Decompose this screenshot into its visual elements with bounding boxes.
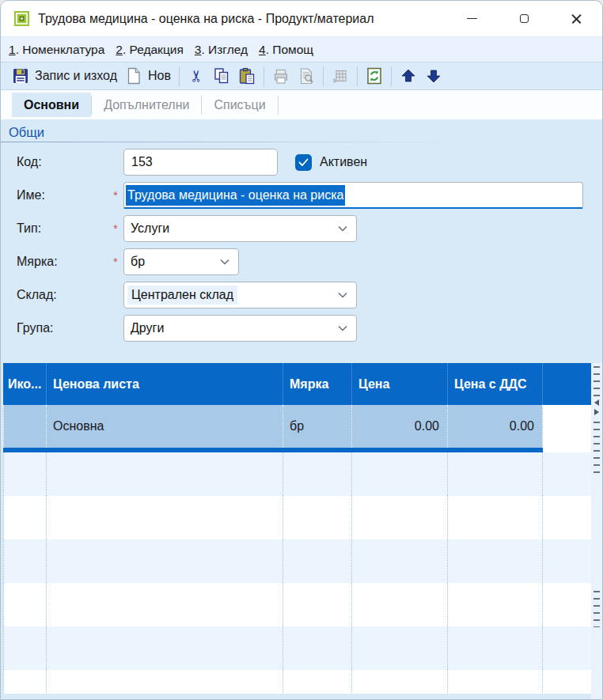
print-preview-icon: [298, 67, 315, 85]
cell-price-vat[interactable]: 0.00: [448, 405, 543, 448]
table-empty-row[interactable]: [3, 496, 593, 539]
column-header-price[interactable]: Цена: [352, 363, 448, 405]
menu-label: . Изглед: [201, 43, 248, 57]
minimize-button[interactable]: [446, 1, 498, 36]
table-empty-row[interactable]: [3, 626, 593, 670]
print-preview-button: [294, 66, 319, 86]
menu-pomosht[interactable]: 4. Помощ: [259, 43, 313, 57]
chevron-down-icon: [220, 259, 229, 265]
sklad-value: Централен склад: [127, 286, 237, 305]
menu-label: . Номенклатура: [16, 43, 105, 57]
table-empty-row[interactable]: [3, 670, 593, 694]
section-header-obshti: Общи: [1, 121, 602, 142]
form-row-mqrka: Мярка: * бр: [1, 248, 602, 275]
tab-label: Списъци: [214, 98, 265, 112]
splitter-collapse-left-icon[interactable]: [594, 399, 599, 406]
paste-button[interactable]: [234, 66, 260, 86]
tab-label: Допълнителни: [104, 98, 189, 112]
ime-label: Име:: [1, 188, 108, 202]
cell-price[interactable]: 0.00: [352, 405, 448, 448]
mqrka-value: бр: [131, 255, 145, 269]
kod-input[interactable]: [123, 149, 278, 176]
toolbar-separator: [391, 66, 392, 86]
table-row-selected[interactable]: Основна бр 0.00 0.00: [3, 405, 593, 448]
copy-icon: [213, 67, 230, 85]
column-header-price-list[interactable]: Ценова листа: [47, 363, 283, 405]
table-empty-row[interactable]: [3, 583, 593, 626]
grupa-label: Група:: [1, 321, 108, 335]
required-marker: *: [108, 189, 123, 202]
grupa-value: Други: [131, 321, 164, 335]
menu-accel: 2: [116, 43, 123, 57]
new-button[interactable]: Нов: [121, 66, 175, 86]
chevron-down-icon: [338, 292, 347, 298]
print-icon: [272, 67, 290, 85]
column-header-icon[interactable]: Ико...: [3, 363, 47, 405]
column-header-price-vat[interactable]: Цена с ДДС: [448, 363, 543, 405]
toolbar-separator: [179, 66, 180, 86]
table-empty-row[interactable]: [3, 539, 593, 583]
minimize-icon: [467, 18, 477, 20]
tab-dopalnitelni[interactable]: Допълнителни: [92, 93, 201, 117]
toolbar-separator: [264, 66, 264, 86]
active-checkbox-group[interactable]: Активен: [295, 154, 367, 171]
cell-icon[interactable]: [3, 405, 47, 448]
column-header-filler: [543, 363, 593, 405]
check-icon: [298, 158, 309, 167]
splitter-grip: [594, 591, 600, 627]
table-empty-row[interactable]: [3, 452, 593, 496]
form-row-grupa: Група: Други: [1, 315, 602, 342]
table-header-row: Ико... Ценова листа Мярка Цена Цена с ДД…: [3, 363, 593, 405]
side-splitter[interactable]: [591, 363, 602, 699]
active-checkbox-label: Активен: [320, 155, 367, 169]
cut-button[interactable]: ✂: [184, 66, 209, 86]
title-bar[interactable]: Трудова медицина - оценка на риска - Про…: [1, 1, 602, 36]
kod-label: Код:: [1, 155, 108, 169]
required-marker: *: [108, 222, 123, 235]
sklad-dropdown[interactable]: Централен склад: [123, 282, 357, 308]
toolbar-separator: [323, 66, 324, 86]
ime-selected-text: Трудова медицина - оценка на риска: [126, 185, 345, 206]
column-header-unit[interactable]: Мярка: [283, 363, 352, 405]
price-list-table: Ико... Ценова листа Мярка Цена Цена с ДД…: [3, 363, 593, 694]
new-label: Нов: [148, 69, 171, 83]
maximize-icon: [520, 14, 529, 23]
menu-redakcia[interactable]: 2. Редакция: [116, 43, 184, 57]
cell-unit[interactable]: бр: [283, 405, 352, 448]
tip-label: Тип:: [1, 221, 108, 236]
close-button[interactable]: [550, 1, 602, 36]
close-icon: [571, 13, 582, 25]
menu-bar: 1. Номенклатура 2. Редакция 3. Изглед 4.…: [1, 36, 602, 62]
grupa-dropdown[interactable]: Други: [123, 315, 357, 342]
tab-separator: [278, 96, 279, 115]
tab-spisaci[interactable]: Списъци: [202, 93, 277, 117]
journal-button: [328, 66, 353, 86]
tip-dropdown[interactable]: Услуги: [123, 215, 357, 242]
tab-osnovni[interactable]: Основни: [12, 93, 91, 117]
maximize-button[interactable]: [498, 1, 550, 36]
toolbar: Запис и изход Нов ✂: [1, 62, 602, 90]
move-down-button[interactable]: [421, 66, 446, 86]
copy-button[interactable]: [209, 66, 234, 86]
save-and-exit-button[interactable]: Запис и изход: [8, 66, 121, 86]
move-up-button[interactable]: [396, 66, 421, 86]
move-up-icon: [400, 67, 417, 85]
menu-izgled[interactable]: 3. Изглед: [195, 43, 248, 57]
mqrka-label: Мярка:: [1, 255, 108, 269]
cell-price-list[interactable]: Основна: [47, 405, 283, 448]
section-title: Общи: [9, 125, 44, 142]
refresh-button[interactable]: [362, 66, 387, 86]
mqrka-dropdown[interactable]: бр: [123, 248, 239, 275]
journal-icon: [332, 67, 349, 85]
form-row-ime: Име: * Трудова медицина - оценка на риск…: [1, 182, 602, 209]
app-icon: [14, 11, 29, 26]
required-marker: *: [108, 255, 123, 268]
splitter-collapse-right-icon[interactable]: [594, 409, 599, 415]
form-row-kod: Код: Активен: [1, 149, 602, 176]
ime-input[interactable]: Трудова медицина - оценка на риска: [123, 182, 583, 209]
active-checkbox[interactable]: [295, 154, 312, 171]
chevron-down-icon: [338, 325, 347, 331]
form-row-sklad: Склад: Централен склад: [1, 282, 602, 308]
refresh-icon: [366, 67, 383, 85]
menu-nomenklatura[interactable]: 1. Номенклатура: [9, 43, 104, 57]
